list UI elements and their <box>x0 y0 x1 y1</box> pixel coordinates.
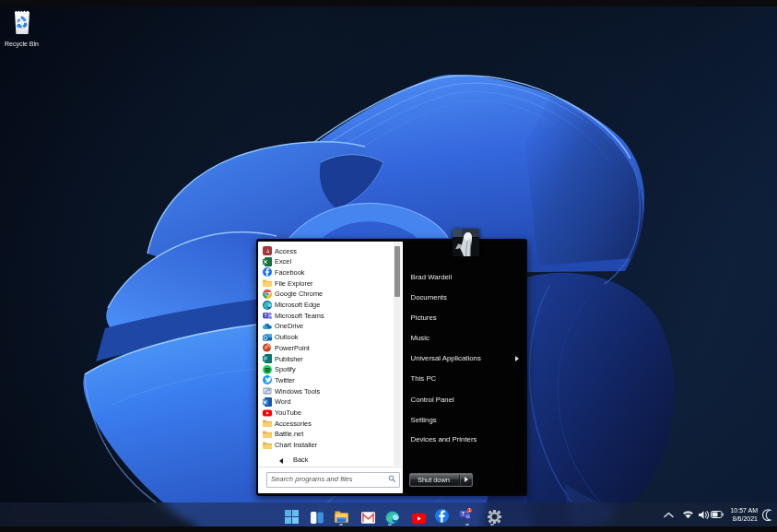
svg-text:T: T <box>462 511 465 516</box>
svg-text:P: P <box>265 345 268 350</box>
svg-text:P: P <box>264 356 267 361</box>
svg-text:1: 1 <box>468 508 471 513</box>
